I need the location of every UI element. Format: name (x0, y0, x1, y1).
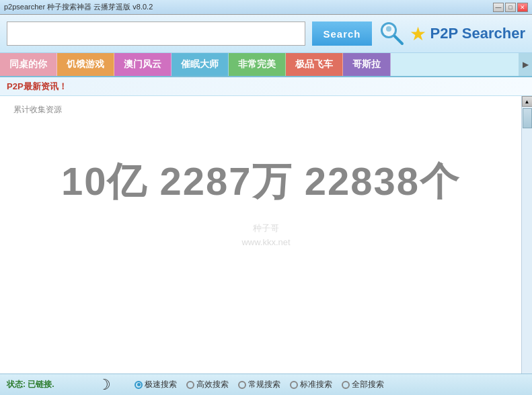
resource-count: 10亿 2287万 22838个 (13, 156, 508, 208)
radio-circle-2 (238, 381, 246, 389)
watermark-line1: 种子哥 (253, 223, 279, 233)
status-bar: 状态: 已链接. ☽ 极速搜索高效搜索常规搜索标准搜索全部搜索 (0, 374, 532, 395)
radio-label-4: 全部搜索 (352, 379, 384, 390)
nav-scroll-right-button[interactable]: ▶ (519, 53, 532, 77)
radio-label-2: 常规搜索 (248, 379, 280, 390)
logo-area: ★ P2P Searcher (379, 20, 525, 47)
nav-item-3[interactable]: 催眠大师 (172, 53, 229, 77)
radio-option-1[interactable]: 高效搜索 (186, 379, 229, 390)
radio-label-0: 极速搜索 (145, 379, 177, 390)
radio-label-3: 标准搜索 (300, 379, 332, 390)
radio-option-2[interactable]: 常规搜索 (238, 379, 280, 390)
nav-item-6[interactable]: 哥斯拉 (343, 53, 391, 77)
scrollbar-up-button[interactable]: ▲ (522, 96, 533, 107)
news-label: P2P最新资讯！ (7, 81, 67, 93)
content-area: 累计收集资源 10亿 2287万 22838个 种子哥 www.kkx.net (0, 96, 521, 376)
radio-circle-4 (342, 381, 350, 389)
search-logo-icon (379, 20, 406, 47)
radio-circle-0 (135, 381, 143, 389)
title-bar: p2psearcher 种子搜索神器 云播芽遥版 v8.0.2 — □ ✕ (0, 0, 532, 15)
search-mode-radio-group: 极速搜索高效搜索常规搜索标准搜索全部搜索 (135, 379, 384, 390)
radio-option-3[interactable]: 标准搜索 (290, 379, 332, 390)
resource-label: 累计收集资源 (13, 104, 508, 116)
radio-circle-1 (186, 381, 194, 389)
scrollbar[interactable]: ▲ (521, 96, 532, 376)
watermark-line2: www.kkx.net (241, 237, 290, 247)
moon-icon: ☽ (94, 375, 114, 395)
header: Search ★ P2P Searcher (0, 15, 532, 53)
nav-item-1[interactable]: 饥饿游戏 (57, 53, 114, 77)
nav-item-5[interactable]: 极品飞车 (286, 53, 343, 77)
window-controls: — □ ✕ (493, 3, 528, 12)
minimize-button[interactable]: — (493, 3, 504, 12)
nav-item-4[interactable]: 非常完美 (229, 53, 286, 77)
nav-item-2[interactable]: 澳门风云 (114, 53, 172, 77)
svg-line-2 (395, 36, 402, 44)
news-bar: P2P最新资讯！ (0, 77, 532, 96)
radio-label-1: 高效搜索 (196, 379, 229, 390)
search-button[interactable]: Search (312, 21, 371, 46)
nav-item-0[interactable]: 同桌的你 (0, 53, 57, 77)
main-content: 累计收集资源 10亿 2287万 22838个 种子哥 www.kkx.net … (0, 96, 532, 376)
logo-star-icon: ★ (410, 23, 426, 45)
svg-point-3 (386, 26, 391, 32)
watermark: 种子哥 www.kkx.net (241, 222, 290, 250)
radio-option-4[interactable]: 全部搜索 (342, 379, 384, 390)
close-button[interactable]: ✕ (517, 3, 528, 12)
scrollbar-thumb[interactable] (523, 108, 532, 128)
app-title: p2psearcher 种子搜索神器 云播芽遥版 v8.0.2 (4, 2, 153, 12)
radio-circle-3 (290, 381, 298, 389)
nav-bar: 同桌的你 饥饿游戏 澳门风云 催眠大师 非常完美 极品飞车 哥斯拉 ▶ (0, 53, 532, 77)
search-input[interactable] (7, 21, 305, 46)
maximize-button[interactable]: □ (505, 3, 516, 12)
logo-text: P2P Searcher (430, 25, 525, 42)
radio-option-0[interactable]: 极速搜索 (135, 379, 177, 390)
status-text: 状态: 已链接. (7, 379, 87, 390)
